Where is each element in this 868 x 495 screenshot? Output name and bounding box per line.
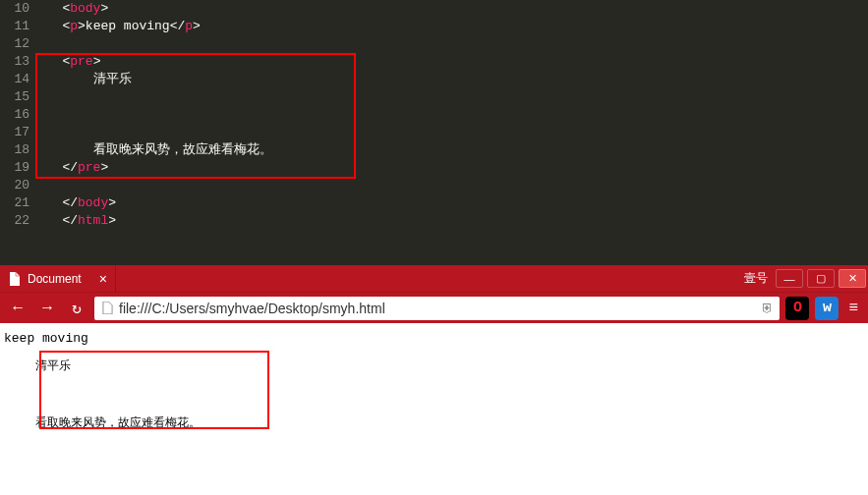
preformatted-text: 清平乐 看取晚来风势，故应难看梅花。 [4, 358, 864, 433]
forward-button[interactable]: → [35, 297, 59, 320]
line-number: 11 [0, 18, 39, 35]
line-number: 15 [0, 88, 39, 106]
gutter: 10 11 12 13 14 15 16 17 18 19 20 21 22 [0, 0, 39, 265]
minimize-button[interactable]: — [776, 269, 803, 288]
code-line: <body> [39, 0, 868, 18]
menu-icon[interactable]: ≡ [844, 300, 862, 317]
code-area[interactable]: <body> <p>keep moving</p> <pre> 清平乐 看取晚来… [39, 0, 868, 230]
address-bar: ← → ↻ file:///C:/Users/smyhvae/Desktop/s… [0, 292, 868, 323]
line-number: 12 [0, 35, 39, 53]
code-line: <pre> [39, 53, 868, 71]
code-line: </pre> [39, 159, 868, 177]
line-number: 16 [0, 106, 39, 124]
back-button[interactable]: ← [6, 297, 29, 320]
code-line: <p>keep moving</p> [39, 18, 868, 35]
opera-extension-icon[interactable]: O [785, 297, 809, 320]
line-number: 22 [0, 212, 39, 230]
w-extension-icon[interactable]: w [815, 297, 839, 320]
reload-button[interactable]: ↻ [65, 297, 88, 320]
bookmark-icon[interactable]: ⛨ [761, 301, 774, 315]
browser-window: Document × 壹号 — ▢ ✕ ← → ↻ file:///C:/Use… [0, 265, 868, 495]
line-number: 20 [0, 177, 39, 194]
browser-tab[interactable]: Document × [0, 265, 116, 292]
file-icon [100, 302, 114, 315]
code-line: 看取晚来风势，故应难看梅花。 [39, 141, 868, 159]
window-label: 壹号 [738, 265, 774, 292]
maximize-button[interactable]: ▢ [807, 269, 835, 288]
title-bar: Document × 壹号 — ▢ ✕ [0, 265, 868, 292]
window-controls: — ▢ ✕ [774, 265, 868, 292]
line-number: 18 [0, 141, 39, 159]
tab-title: Document [28, 272, 82, 286]
close-button[interactable]: ✕ [839, 269, 866, 288]
code-line: 清平乐 [39, 71, 868, 88]
tab-strip[interactable] [116, 265, 738, 292]
code-line: </body> [39, 194, 868, 212]
page-content: keep moving 清平乐 看取晚来风势，故应难看梅花。 [0, 323, 868, 441]
code-line [39, 106, 868, 124]
line-number: 21 [0, 194, 39, 212]
code-line [39, 124, 868, 141]
url-text: file:///C:/Users/smyhvae/Desktop/smyh.ht… [119, 301, 385, 316]
file-icon [8, 272, 22, 286]
line-number: 10 [0, 0, 39, 18]
url-input[interactable]: file:///C:/Users/smyhvae/Desktop/smyh.ht… [94, 297, 780, 320]
line-number: 14 [0, 71, 39, 88]
code-line [39, 35, 868, 53]
paragraph-text: keep moving [4, 331, 864, 346]
code-line: </html> [39, 212, 868, 230]
line-number: 19 [0, 159, 39, 177]
line-number: 13 [0, 53, 39, 71]
code-editor: 10 11 12 13 14 15 16 17 18 19 20 21 22 <… [0, 0, 868, 265]
code-line [39, 177, 868, 194]
line-number: 17 [0, 124, 39, 141]
tab-close-icon[interactable]: × [99, 271, 107, 287]
code-line [39, 88, 868, 106]
